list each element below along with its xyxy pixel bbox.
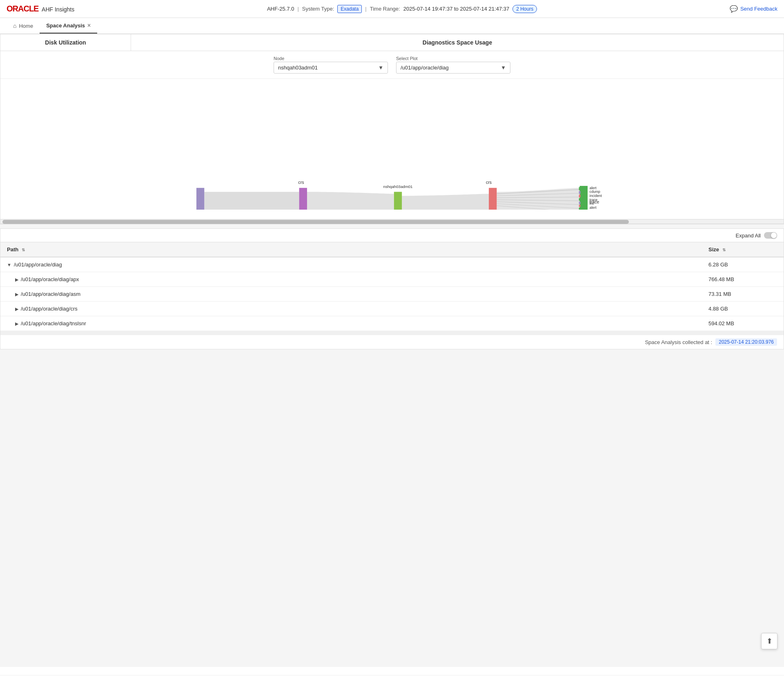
upload-icon: ⬆: [766, 637, 773, 646]
app-header: ORACLE AHF Insights AHF-25.7.0 | System …: [0, 0, 784, 18]
collected-value: 2025-07-14 21:20:03.976: [715, 338, 777, 346]
flow-crs-trace: [497, 188, 579, 210]
plot-dropdown-arrow: ▼: [501, 65, 506, 71]
nav-tabs: ⌂ Home Space Analysis ×: [0, 18, 784, 34]
table-row: ▶/u01/app/oracle/diag/asm73.31 MB: [0, 287, 784, 302]
node-label: Node: [274, 56, 388, 61]
svg-rect-49: [579, 187, 581, 190]
diagnostics-panel: Disk Utilization Diagnostics Space Usage…: [0, 34, 784, 224]
label-nshqah: nshqah03adm01: [383, 184, 413, 189]
node-select-group: Node nshqah03adm01 ▼: [274, 56, 388, 74]
data-table: Path ⇅ Size ⇅ ▼/u01/app/oracle/diag6.28 …: [0, 242, 784, 331]
plot-value: /u01/app/oracle/diag: [401, 65, 449, 71]
col-path[interactable]: Path ⇅: [0, 242, 702, 257]
col-size-label: Size: [708, 246, 719, 253]
svg-rect-52: [579, 198, 581, 201]
logo: ORACLE AHF Insights: [7, 4, 74, 13]
system-type-badge: Exadata: [337, 5, 362, 13]
horizontal-scrollbar[interactable]: [0, 219, 784, 224]
expand-btn[interactable]: ▼: [7, 262, 11, 267]
expand-btn[interactable]: ▶: [15, 321, 18, 326]
right-labels: alert cdump incident trace lnc alert lnc…: [590, 186, 602, 210]
tab-close-btn[interactable]: ×: [87, 22, 91, 29]
collected-label: Space Analysis collected at :: [645, 339, 712, 345]
disk-utilization-header: Disk Utilization: [0, 34, 131, 51]
diagnostics-space-title: Diagnostics Space Usage: [423, 39, 492, 46]
sankey-diagram: diag crs nshqah03adm01 crs +APX1 +ASM1: [9, 87, 775, 210]
svg-rect-54: [579, 205, 581, 207]
cell-path: ▶/u01/app/oracle/diag/tnslsnr: [0, 316, 702, 331]
node-nshqah: [394, 192, 402, 210]
time-range-badge: 2 Hours: [512, 5, 537, 13]
svg-rect-50: [579, 191, 581, 194]
version-label: AHF-25.7.0: [267, 6, 294, 12]
svg-text:incident: incident: [590, 194, 602, 198]
selectors-row: Node nshqah03adm01 ▼ Select Plot /u01/ap…: [0, 51, 784, 79]
chat-icon: 💬: [730, 5, 738, 13]
cell-path: ▶/u01/app/oracle/diag/asm: [0, 287, 702, 302]
scroll-thumb: [2, 220, 629, 224]
col-size[interactable]: Size ⇅: [702, 242, 784, 257]
panel-header: Disk Utilization Diagnostics Space Usage: [0, 34, 784, 51]
oracle-logo: ORACLE: [7, 4, 38, 13]
path-sort-icon: ⇅: [22, 248, 25, 252]
send-feedback-btn[interactable]: 💬 Send Feedback: [730, 5, 777, 13]
cell-size: 594.02 MB: [702, 316, 784, 331]
expand-btn[interactable]: ▶: [15, 292, 18, 297]
table-row: ▶/u01/app/oracle/diag/apx766.48 MB: [0, 272, 784, 287]
node-crs-left: [299, 188, 307, 210]
plot-select-group: Select Plot /u01/app/oracle/diag ▼: [396, 56, 510, 74]
label-crs-right: crs: [486, 180, 492, 185]
plot-dropdown[interactable]: /u01/app/oracle/diag ▼: [396, 62, 510, 74]
system-type-label: System Type:: [302, 6, 334, 12]
node-dropdown[interactable]: nshqah03adm01 ▼: [274, 62, 388, 74]
flow-node-crs-r: [402, 194, 489, 210]
time-range-value: 2025-07-14 19:47:37 to 2025-07-14 21:47:…: [403, 6, 510, 12]
table-h-scroll[interactable]: [0, 331, 784, 335]
expand-btn[interactable]: ▶: [15, 306, 18, 311]
node-trace: [580, 186, 588, 210]
svg-rect-51: [579, 195, 581, 197]
size-sort-icon: ⇅: [722, 248, 726, 252]
svg-rect-53: [579, 202, 581, 204]
expand-all-row: Expand All: [0, 229, 784, 242]
table-row: ▶/u01/app/oracle/diag/tnslsnr594.02 MB: [0, 316, 784, 331]
label-crs-left: crs: [298, 180, 304, 185]
cell-path: ▶/u01/app/oracle/diag/apx: [0, 272, 702, 287]
svg-text:alert: alert: [590, 206, 597, 210]
col-path-label: Path: [7, 246, 18, 253]
cell-size: 4.88 GB: [702, 302, 784, 316]
tab-home[interactable]: ⌂ Home: [7, 18, 40, 34]
main-content: Disk Utilization Diagnostics Space Usage…: [0, 34, 784, 667]
node-dropdown-arrow: ▼: [378, 65, 383, 71]
table-section: Expand All Path ⇅ Size ⇅ ▼/u0: [0, 228, 784, 349]
header-info: AHF-25.7.0 | System Type: Exadata | Time…: [74, 5, 730, 13]
table-header-row: Path ⇅ Size ⇅: [0, 242, 784, 257]
svg-rect-55: [579, 208, 581, 210]
svg-text:alert: alert: [590, 186, 597, 190]
toggle-knob: [771, 233, 777, 238]
app-name: AHF Insights: [42, 6, 74, 13]
table-body: ▼/u01/app/oracle/diag6.28 GB▶/u01/app/or…: [0, 257, 784, 331]
table-row: ▶/u01/app/oracle/diag/crs4.88 GB: [0, 302, 784, 316]
disk-utilization-title: Disk Utilization: [45, 39, 86, 46]
expand-all-label: Expand All: [736, 233, 761, 239]
upload-button[interactable]: ⬆: [761, 633, 777, 649]
tab-space-analysis[interactable]: Space Analysis ×: [40, 18, 97, 34]
collected-row: Space Analysis collected at : 2025-07-14…: [0, 335, 784, 349]
table-row: ▼/u01/app/oracle/diag6.28 GB: [0, 257, 784, 272]
expand-btn[interactable]: ▶: [15, 277, 18, 282]
cell-path: ▶/u01/app/oracle/diag/crs: [0, 302, 702, 316]
cell-path: ▼/u01/app/oracle/diag: [0, 257, 702, 272]
svg-text:lnc: lnc: [590, 201, 595, 206]
svg-text:cdump: cdump: [590, 190, 600, 194]
plot-label: Select Plot: [396, 56, 510, 61]
flow-diag-crs: [204, 192, 299, 210]
cell-size: 73.31 MB: [702, 287, 784, 302]
cell-size: 766.48 MB: [702, 272, 784, 287]
tab-space-analysis-label: Space Analysis: [46, 22, 85, 29]
home-label: Home: [19, 23, 33, 29]
send-feedback-label: Send Feedback: [740, 6, 777, 12]
expand-all-toggle[interactable]: [764, 232, 777, 239]
home-icon: ⌂: [13, 22, 16, 29]
